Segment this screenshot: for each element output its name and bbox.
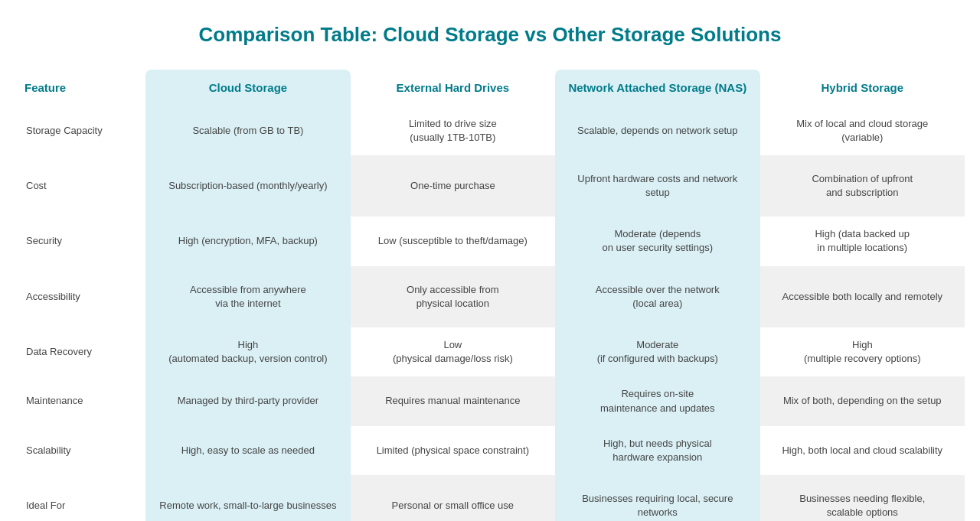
cell-nas: Requires on-site maintenance and updates bbox=[555, 376, 760, 425]
cell-hybrid: Mix of local and cloud storage (variable… bbox=[760, 106, 965, 155]
cell-cloud: Scalable (from GB to TB) bbox=[145, 106, 350, 155]
cell-hybrid: Combination of upfront and subscription bbox=[760, 155, 965, 217]
cell-hybrid: High, both local and cloud scalability bbox=[760, 426, 965, 475]
cell-nas: Accessible over the network (local area) bbox=[555, 266, 760, 327]
cell-feature: Security bbox=[15, 217, 145, 265]
cell-hybrid: Accessible both locally and remotely bbox=[760, 266, 965, 327]
cell-hybrid: Mix of both, depending on the setup bbox=[760, 376, 965, 425]
comparison-table-wrapper: Feature Cloud Storage External Hard Driv… bbox=[15, 70, 965, 521]
cell-hybrid: High (data backed up in multiple locatio… bbox=[760, 217, 965, 265]
cell-cloud: High, easy to scale as needed bbox=[145, 426, 350, 475]
table-row: Data RecoveryHigh (automated backup, ver… bbox=[15, 327, 965, 376]
table-row: MaintenanceManaged by third-party provid… bbox=[15, 376, 965, 425]
cell-ext: Only accessible from physical location bbox=[351, 266, 555, 327]
table-row: Ideal ForRemote work, small-to-large bus… bbox=[15, 475, 965, 521]
cell-ext: Low (physical damage/loss risk) bbox=[351, 327, 555, 376]
cell-nas: Moderate (if configured with backups) bbox=[555, 327, 760, 376]
col-header-feature: Feature bbox=[15, 70, 145, 106]
table-row: ScalabilityHigh, easy to scale as needed… bbox=[15, 426, 965, 475]
cell-nas: Businesses requiring local, secure netwo… bbox=[555, 475, 760, 521]
table-row: Storage CapacityScalable (from GB to TB)… bbox=[15, 106, 965, 155]
cell-ext: Limited (physical space constraint) bbox=[351, 426, 555, 475]
page-title: Comparison Table: Cloud Storage vs Other… bbox=[15, 23, 965, 47]
cell-cloud: Remote work, small-to-large businesses bbox=[145, 475, 350, 521]
cell-cloud: Managed by third-party provider bbox=[145, 376, 350, 425]
cell-feature: Scalability bbox=[15, 426, 145, 475]
cell-feature: Accessibility bbox=[15, 266, 145, 327]
cell-nas: Moderate (depends on user security setti… bbox=[555, 217, 760, 265]
cell-cloud: Subscription-based (monthly/yearly) bbox=[145, 155, 350, 217]
cell-cloud: High (automated backup, version control) bbox=[145, 327, 350, 376]
cell-ext: Requires manual maintenance bbox=[351, 376, 555, 425]
col-header-hybrid: Hybrid Storage bbox=[760, 70, 965, 106]
header-row: Feature Cloud Storage External Hard Driv… bbox=[15, 70, 965, 106]
cell-hybrid: Businesses needing flexible, scalable op… bbox=[760, 475, 965, 521]
cell-nas: Upfront hardware costs and network setup bbox=[555, 155, 760, 217]
cell-ext: Limited to drive size (usually 1TB-10TB) bbox=[351, 106, 555, 155]
cell-feature: Cost bbox=[15, 155, 145, 217]
col-header-nas: Network Attached Storage (NAS) bbox=[555, 70, 760, 106]
cell-nas: High, but needs physical hardware expans… bbox=[555, 426, 760, 475]
table-row: AccessibilityAccessible from anywhere vi… bbox=[15, 266, 965, 327]
cell-nas: Scalable, depends on network setup bbox=[555, 106, 760, 155]
page-container: Comparison Table: Cloud Storage vs Other… bbox=[15, 23, 965, 521]
cell-hybrid: High (multiple recovery options) bbox=[760, 327, 965, 376]
col-header-ext: External Hard Drives bbox=[351, 70, 555, 106]
comparison-table: Feature Cloud Storage External Hard Driv… bbox=[15, 70, 965, 521]
cell-cloud: Accessible from anywhere via the interne… bbox=[145, 266, 350, 327]
cell-feature: Ideal For bbox=[15, 475, 145, 521]
cell-ext: One-time purchase bbox=[351, 155, 555, 217]
table-row: CostSubscription-based (monthly/yearly)O… bbox=[15, 155, 965, 217]
cell-cloud: High (encryption, MFA, backup) bbox=[145, 217, 350, 265]
cell-ext: Personal or small office use bbox=[351, 475, 555, 521]
cell-feature: Maintenance bbox=[15, 376, 145, 425]
cell-feature: Storage Capacity bbox=[15, 106, 145, 155]
cell-ext: Low (susceptible to theft/damage) bbox=[351, 217, 555, 265]
cell-feature: Data Recovery bbox=[15, 327, 145, 376]
table-row: SecurityHigh (encryption, MFA, backup)Lo… bbox=[15, 217, 965, 265]
col-header-cloud: Cloud Storage bbox=[145, 70, 350, 106]
